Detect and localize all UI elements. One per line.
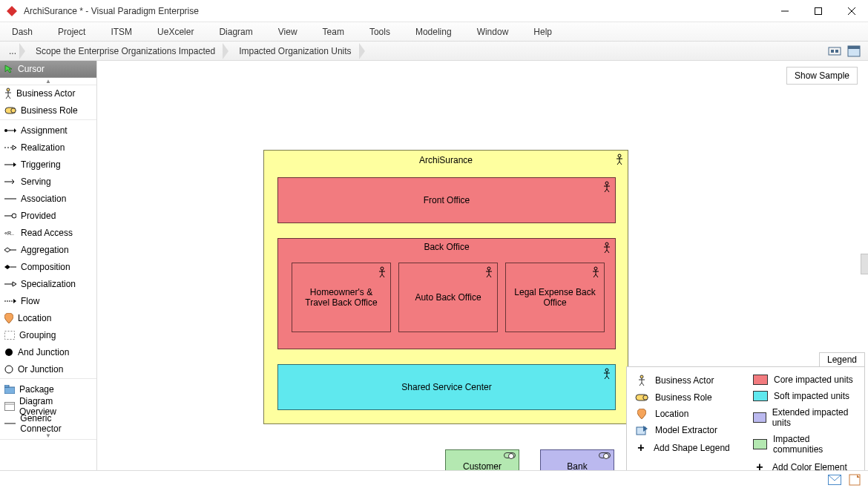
palette-flow[interactable]: Flow bbox=[0, 293, 96, 310]
minimize-button[interactable] bbox=[768, 0, 801, 22]
diagram-surface[interactable]: Show Sample ArchiSurance Front Office Ba… bbox=[97, 61, 868, 484]
palette-serving[interactable]: Serving bbox=[0, 174, 96, 191]
location-icon bbox=[637, 409, 646, 419]
palette-composition[interactable]: Composition bbox=[0, 259, 96, 276]
svg-line-71 bbox=[487, 274, 489, 277]
palette-item-label: Serving bbox=[21, 177, 51, 187]
legend-tab[interactable]: Legend bbox=[819, 352, 865, 366]
svg-line-72 bbox=[489, 274, 491, 277]
location-icon bbox=[4, 313, 13, 323]
legend-label: Impacted communities bbox=[773, 434, 857, 455]
palette-cursor[interactable]: Cursor bbox=[0, 61, 96, 78]
legend-body: Business Actor Business Role Location Mo… bbox=[627, 367, 864, 480]
svg-line-77 bbox=[596, 274, 598, 277]
legend-impacted-communities[interactable]: Impacted communities bbox=[746, 431, 864, 458]
overview-icon[interactable] bbox=[828, 44, 841, 58]
legend-label: Add Shape Legend bbox=[654, 443, 730, 453]
specialization-icon bbox=[4, 281, 16, 287]
shape-archisurance[interactable]: ArchiSurance Front Office Back Office Ho… bbox=[263, 150, 628, 424]
menu-tools[interactable]: Tools bbox=[365, 25, 395, 39]
palette-association[interactable]: Association bbox=[0, 191, 96, 208]
palette-location[interactable]: Location bbox=[0, 310, 96, 327]
palette-grouping[interactable]: Grouping bbox=[0, 327, 96, 344]
palette-collapse-1[interactable]: ▲ bbox=[0, 78, 96, 85]
business-actor-icon bbox=[603, 368, 611, 380]
legend-core-impacted[interactable]: Core impacted units bbox=[746, 372, 864, 388]
svg-marker-39 bbox=[13, 299, 16, 303]
legend-label: Core impacted units bbox=[774, 375, 853, 385]
legend-extended-impacted[interactable]: Extended impacted units bbox=[746, 404, 864, 431]
palette-read-access[interactable]: «R..Read Access bbox=[0, 225, 96, 242]
palette-or-junction[interactable]: Or Junction bbox=[0, 361, 96, 378]
shape-shared-service-center[interactable]: Shared Service Center bbox=[277, 364, 616, 410]
shape-front-office[interactable]: Front Office bbox=[277, 177, 616, 223]
menu-diagram[interactable]: Diagram bbox=[214, 25, 257, 39]
shape-auto-back-office[interactable]: Auto Back Office bbox=[398, 263, 498, 332]
business-role-icon bbox=[635, 394, 648, 401]
breadcrumb-root[interactable]: ... bbox=[3, 43, 25, 59]
palette-realization[interactable]: Realization bbox=[0, 139, 96, 156]
menu-help[interactable]: Help bbox=[529, 25, 556, 39]
menu-modeling[interactable]: Modeling bbox=[411, 25, 456, 39]
palette-item-label: Assignment bbox=[21, 125, 68, 136]
shape-back-office-label: Back Office bbox=[278, 242, 615, 252]
vertical-scrollbar[interactable] bbox=[861, 254, 868, 274]
close-button[interactable] bbox=[835, 0, 868, 22]
canvas[interactable]: Show Sample ArchiSurance Front Office Ba… bbox=[97, 61, 868, 484]
legend-soft-impacted[interactable]: Soft impacted units bbox=[746, 388, 864, 404]
legend-location[interactable]: Location bbox=[627, 406, 746, 422]
maximize-icon bbox=[815, 7, 822, 15]
svg-point-68 bbox=[487, 267, 490, 270]
minimize-icon bbox=[781, 7, 789, 15]
menu-dash[interactable]: Dash bbox=[7, 25, 37, 39]
business-actor-icon bbox=[603, 242, 611, 254]
menu-itsm[interactable]: ITSM bbox=[106, 25, 137, 39]
panel-icon[interactable] bbox=[847, 44, 861, 58]
palette-item-label: Business Actor bbox=[16, 88, 75, 99]
legend-business-actor[interactable]: Business Actor bbox=[627, 372, 746, 389]
close-icon bbox=[848, 7, 855, 15]
menu-uexceler[interactable]: UeXceler bbox=[153, 25, 198, 39]
palette-item-label: Aggregation bbox=[21, 245, 69, 255]
palette-business-actor[interactable]: Business Actor bbox=[0, 85, 96, 102]
svg-text:«R..: «R.. bbox=[4, 231, 14, 236]
palette-business-role[interactable]: Business Role bbox=[0, 102, 96, 119]
svg-line-87 bbox=[642, 383, 644, 386]
breadcrumb-scope[interactable]: Scope the Enterprise Organizations Impac… bbox=[25, 43, 228, 59]
shape-homeowner-travel[interactable]: Homeowner's & Travel Back Office bbox=[292, 263, 391, 332]
palette-item-label: Realization bbox=[21, 142, 65, 153]
palette-assignment[interactable]: Assignment bbox=[0, 122, 96, 139]
cursor-icon bbox=[4, 65, 13, 73]
shape-back-office[interactable]: Back Office Homeowner's & Travel Back Of… bbox=[277, 238, 616, 349]
menu-project[interactable]: Project bbox=[53, 25, 90, 39]
legend-label: Model Extractor bbox=[655, 425, 717, 435]
palette-aggregation[interactable]: Aggregation bbox=[0, 242, 96, 259]
palette-specialization[interactable]: Specialization bbox=[0, 276, 96, 293]
legend-model-extractor[interactable]: Model Extractor bbox=[627, 422, 746, 438]
palette-item-label: Business Role bbox=[21, 105, 78, 116]
mail-icon[interactable] bbox=[828, 475, 841, 485]
menu-window[interactable]: Window bbox=[473, 25, 513, 39]
breadcrumb-units[interactable]: Impacted Organization Units bbox=[228, 43, 364, 59]
svg-rect-5 bbox=[829, 47, 841, 55]
svg-line-61 bbox=[605, 250, 607, 253]
legend[interactable]: Legend Business Actor Business Role Loca… bbox=[626, 366, 865, 481]
svg-marker-37 bbox=[13, 282, 16, 286]
menu-team[interactable]: Team bbox=[318, 25, 349, 39]
show-sample-button[interactable]: Show Sample bbox=[786, 67, 858, 85]
shape-legal-expense[interactable]: Legal Expense Back Office bbox=[505, 263, 605, 332]
menu-view[interactable]: View bbox=[274, 25, 302, 39]
legend-add-shape[interactable]: +Add Shape Legend bbox=[627, 438, 746, 458]
palette-item-label: Package bbox=[19, 384, 54, 395]
shape-label: Homeowner's & Travel Back Office bbox=[298, 287, 384, 308]
palette-generic-connector[interactable]: Generic Connector bbox=[0, 415, 96, 432]
svg-point-53 bbox=[605, 182, 608, 185]
shape-label: Legal Expense Back Office bbox=[512, 287, 598, 308]
legend-business-role[interactable]: Business Role bbox=[627, 389, 746, 406]
note-icon[interactable] bbox=[849, 474, 861, 486]
palette-provided[interactable]: Provided bbox=[0, 208, 96, 225]
palette-triggering[interactable]: Triggering bbox=[0, 156, 96, 174]
maximize-button[interactable] bbox=[801, 0, 835, 22]
business-role-icon bbox=[4, 107, 16, 114]
palette-and-junction[interactable]: And Junction bbox=[0, 344, 96, 361]
